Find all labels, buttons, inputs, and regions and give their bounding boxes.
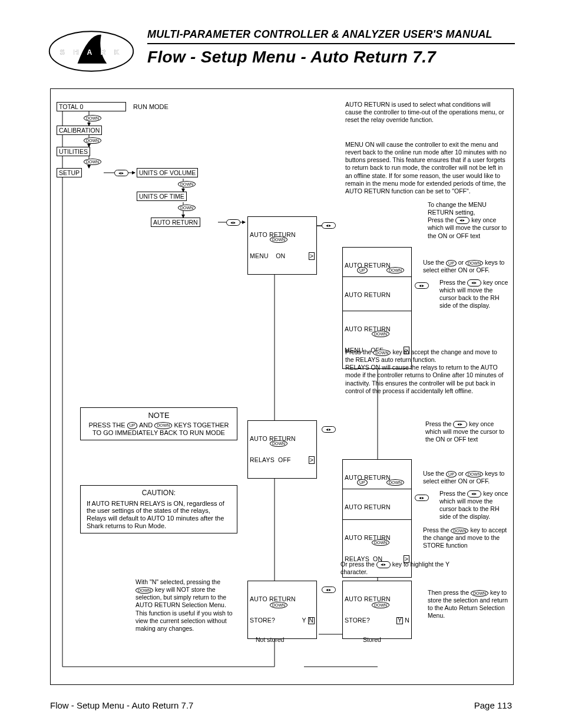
down-key-6: DOWN bbox=[270, 235, 287, 243]
lcd-relays-off: AUTO RETURN RELAYS OFF> bbox=[247, 420, 317, 479]
caution-body: If AUTO RETURN RELAYS is ON, regardless … bbox=[87, 500, 231, 530]
menu-on-desc: MENU ON will cause the controller to exi… bbox=[345, 141, 507, 195]
not-stored-label: Not stored bbox=[256, 636, 284, 644]
lr-key-7: ◂▸ bbox=[322, 585, 336, 593]
down-key-3: DOWN bbox=[84, 157, 101, 165]
lr-key-3: ◂▸ bbox=[322, 221, 336, 229]
relays-press-lr-text: Press the ◂▸ key once which will move th… bbox=[425, 420, 511, 443]
use-keys-text-1: Use the UP or DOWN keys to select either… bbox=[423, 259, 511, 274]
note-box: NOTE PRESS THE UP AND DOWN KEYS TOGETHER… bbox=[80, 407, 237, 440]
down-key-2: DOWN bbox=[84, 136, 101, 144]
use-keys-text-2: Use the UP or DOWN keys to select either… bbox=[423, 470, 511, 485]
svg-text:S H A R K: S H A R K bbox=[60, 48, 123, 57]
or-press-text: Or press the ◂▸ key to highlight the Y c… bbox=[340, 561, 458, 576]
down-key-9: DOWN bbox=[270, 439, 287, 447]
change-setting-text: To change the MENU RETURN setting, Press… bbox=[428, 201, 510, 240]
menu-total: TOTAL 0 bbox=[57, 102, 126, 111]
with-n-text: With "N" selected, pressing the DOWN key… bbox=[135, 578, 239, 633]
menu-units-volume: UNITS OF VOLUME bbox=[137, 168, 198, 177]
caution-title: CAUTION: bbox=[87, 489, 231, 498]
up-key-2: UP bbox=[357, 478, 368, 486]
footer-right: Page 113 bbox=[474, 700, 512, 710]
down-key-4: DOWN bbox=[178, 180, 196, 187]
header: S H A R K S H A R K MULTI-PARAMETER CONT… bbox=[47, 28, 515, 75]
page: S H A R K S H A R K MULTI-PARAMETER CONT… bbox=[0, 0, 562, 728]
down-key-12: DOWN bbox=[270, 601, 287, 608]
flow-diagram: TOTAL 0 RUN MODE DOWN CALIBRATION DOWN U… bbox=[50, 88, 514, 685]
lr-key-2: ◂▸ bbox=[226, 218, 240, 226]
document-title: Flow - Setup Menu - Auto Return 7.7 bbox=[147, 48, 515, 67]
footer-left: Flow - Setup Menu - Auto Return 7.7 bbox=[50, 700, 193, 710]
lcd-menu-on: AUTO RETURN MENU ON> bbox=[247, 216, 317, 275]
caution-box: CAUTION: If AUTO RETURN RELAYS is ON, re… bbox=[80, 485, 237, 533]
stored-label: Stored bbox=[363, 636, 381, 644]
lr-key-5: ◂▸ bbox=[322, 425, 336, 433]
down-key-1: DOWN bbox=[84, 114, 101, 121]
up-key-1: UP bbox=[357, 266, 368, 274]
menu-calibration: CALIBRATION bbox=[57, 126, 102, 135]
document-supertitle: MULTI-PARAMETER CONTROLLER & ANALYZER US… bbox=[147, 28, 515, 44]
note-body: PRESS THE UP AND DOWN KEYS TOGETHER TO G… bbox=[87, 421, 231, 436]
press-lr-back-2: Press the ◂▸ key once which will move th… bbox=[439, 490, 510, 521]
lcd-store-yn-right: AUTO RETURN STORE?Y N bbox=[342, 581, 412, 639]
down-key-8: DOWN bbox=[372, 330, 389, 337]
shark-logo: S H A R K S H A R K bbox=[47, 28, 135, 74]
lr-key-6: ◂▸ bbox=[415, 493, 429, 501]
run-mode-label: RUN MODE bbox=[133, 103, 168, 111]
relays-store-text: Press the DOWN key to accept the change … bbox=[423, 526, 511, 549]
lr-key-4: ◂▸ bbox=[415, 281, 429, 289]
down-key-13: DOWN bbox=[372, 601, 389, 608]
press-lr-back-1: Press the ◂▸ key once which will move th… bbox=[439, 279, 510, 310]
menu-units-time: UNITS OF TIME bbox=[137, 192, 187, 201]
menu-setup: SETUP bbox=[57, 168, 82, 177]
menu-auto-return: AUTO RETURN bbox=[151, 218, 200, 227]
down-key-11: DOWN bbox=[372, 538, 389, 546]
note-title: NOTE bbox=[87, 411, 231, 420]
down-key-7: DOWN bbox=[386, 266, 404, 274]
intro-text: AUTO RETURN is used to select what condi… bbox=[345, 101, 504, 124]
lr-key-1: ◂▸ bbox=[114, 169, 128, 176]
menu-utilities: UTILITIES bbox=[57, 147, 90, 156]
down-key-10: DOWN bbox=[386, 478, 404, 486]
accept-down-text: Press the DOWN key to accept the change … bbox=[345, 348, 507, 395]
lcd-store-yn-left: AUTO RETURN STORE?Y N bbox=[247, 581, 317, 639]
footer: Flow - Setup Menu - Auto Return 7.7 Page… bbox=[50, 700, 512, 710]
then-press-text: Then press the DOWN key to store the sel… bbox=[428, 589, 510, 620]
down-key-5: DOWN bbox=[178, 203, 196, 211]
